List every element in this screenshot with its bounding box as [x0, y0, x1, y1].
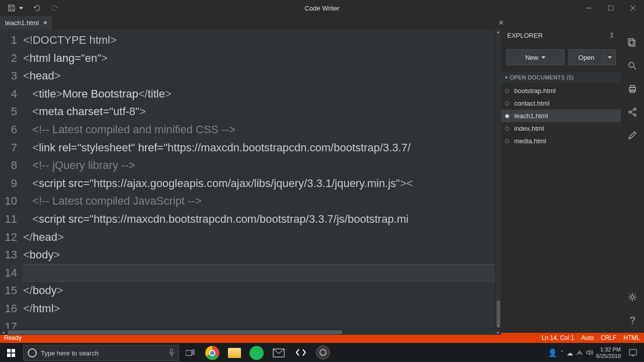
- start-button[interactable]: [0, 343, 22, 362]
- copy-button[interactable]: [624, 34, 641, 51]
- code-line[interactable]: <link rel="stylesheet" href="https://max…: [23, 139, 495, 157]
- tab-label: teach1.html: [5, 19, 39, 27]
- document-item[interactable]: bootstrap.html: [501, 84, 621, 97]
- status-encoding[interactable]: Auto: [581, 334, 594, 341]
- search-button[interactable]: [624, 57, 641, 74]
- help-button[interactable]: ?: [624, 312, 641, 329]
- undo-button[interactable]: [28, 0, 45, 16]
- vertical-scroll-thumb[interactable]: [497, 301, 500, 326]
- code-editor[interactable]: <!DOCTYPE html><html lang="en"><head> <t…: [20, 29, 495, 329]
- status-language[interactable]: HTML: [623, 334, 640, 341]
- scroll-up-icon[interactable]: ▴: [496, 29, 501, 34]
- code-writer-app[interactable]: [290, 343, 312, 362]
- code-line[interactable]: [23, 264, 495, 282]
- document-item[interactable]: teach1.html: [501, 110, 621, 122]
- save-button[interactable]: [3, 0, 20, 16]
- svg-point-11: [634, 108, 636, 110]
- maximize-button[interactable]: [600, 0, 622, 16]
- help-icon: ?: [629, 315, 635, 326]
- mail-app[interactable]: [268, 343, 290, 362]
- horizontal-scrollbar[interactable]: ◂ ▸: [0, 329, 501, 335]
- save-icon: [8, 4, 16, 12]
- code-line[interactable]: <html lang="en">: [23, 49, 495, 67]
- undo-icon: [33, 4, 41, 12]
- file-explorer-app[interactable]: [223, 343, 246, 362]
- tray-expand-icon[interactable]: ˄: [560, 350, 564, 356]
- line-number: 1: [0, 31, 17, 49]
- line-number: 7: [0, 139, 17, 157]
- explorer-panel: EXPLORER New Open ▾ OPEN DOCUMENTS (5): [501, 29, 621, 333]
- document-item[interactable]: contact.html: [501, 97, 621, 110]
- app-title: Code Writer: [304, 5, 339, 12]
- svg-rect-24: [193, 352, 195, 354]
- code-line[interactable]: <head>: [23, 67, 495, 85]
- code-line[interactable]: </html>: [23, 300, 495, 318]
- task-view-icon: [186, 349, 195, 356]
- doc-name: media.html: [514, 137, 546, 145]
- redo-button[interactable]: [46, 0, 63, 16]
- code-line[interactable]: <!-- jQuery library -->: [23, 156, 495, 174]
- print-button[interactable]: [624, 80, 641, 98]
- svg-rect-1: [608, 6, 613, 11]
- code-line[interactable]: </head>: [23, 228, 495, 246]
- microphone-icon[interactable]: [169, 348, 175, 358]
- share-icon: [627, 107, 637, 117]
- tab-bar: teach1.html ✕: [0, 16, 644, 29]
- explorer-title: EXPLORER: [507, 32, 543, 39]
- spotify-app[interactable]: [246, 343, 268, 362]
- task-view-button[interactable]: [179, 343, 201, 362]
- file-tab[interactable]: teach1.html ✕: [0, 16, 52, 29]
- close-icon: [630, 6, 635, 11]
- open-button[interactable]: Open: [569, 49, 604, 65]
- tray-onedrive-icon[interactable]: ☁: [567, 349, 573, 357]
- tray-time: 1:32 PM: [596, 346, 621, 353]
- tray-network-icon[interactable]: [576, 349, 583, 356]
- tray-clock[interactable]: 1:32 PM 6/25/2018: [596, 346, 621, 359]
- code-line[interactable]: <body>: [23, 246, 495, 264]
- chrome-app[interactable]: [201, 343, 223, 362]
- edit-button[interactable]: [624, 127, 641, 144]
- taskbar-search[interactable]: Type here to search: [23, 345, 179, 361]
- code-line[interactable]: <script src="https://ajax.googleapis.com…: [23, 174, 495, 193]
- code-line[interactable]: [23, 318, 495, 329]
- horizontal-scroll-thumb[interactable]: [8, 330, 342, 334]
- obs-app[interactable]: [312, 343, 334, 362]
- tab-close-button[interactable]: ✕: [488, 19, 504, 27]
- code-line[interactable]: <!DOCTYPE html>: [23, 31, 495, 49]
- open-documents-header[interactable]: ▾ OPEN DOCUMENTS (5): [501, 71, 621, 83]
- doc-status-icon: [505, 127, 509, 131]
- redo-icon: [51, 4, 59, 12]
- line-number: 10: [0, 192, 17, 210]
- scroll-right-icon[interactable]: ▸: [495, 329, 501, 335]
- settings-button[interactable]: [624, 289, 641, 306]
- scroll-left-icon[interactable]: ◂: [0, 329, 6, 335]
- code-line[interactable]: <script src="https://maxcdn.bootstrapcdn…: [23, 210, 495, 228]
- save-dropdown-icon[interactable]: [19, 7, 23, 10]
- doc-status-icon: [505, 139, 509, 143]
- code-line[interactable]: <!-- Latest compiled and minified CSS --…: [23, 121, 495, 139]
- document-item[interactable]: media.html: [501, 135, 621, 147]
- new-button[interactable]: New: [506, 49, 565, 65]
- code-line[interactable]: <meta charset="utf-8">: [23, 103, 495, 121]
- close-button[interactable]: [622, 0, 644, 16]
- scroll-down-icon[interactable]: ▾: [496, 324, 501, 329]
- line-number: 16: [0, 300, 17, 318]
- tool-strip: ?: [621, 29, 644, 333]
- pin-button[interactable]: [609, 32, 615, 39]
- action-center-button[interactable]: [624, 343, 642, 362]
- open-dropdown-button[interactable]: [604, 49, 616, 65]
- new-label: New: [525, 54, 538, 61]
- vertical-scrollbar[interactable]: ▴ ▾: [495, 29, 501, 329]
- code-line[interactable]: <!-- Latest compiled JavaScript -->: [23, 192, 495, 210]
- share-button[interactable]: [624, 104, 641, 121]
- svg-rect-21: [171, 349, 173, 353]
- status-eol[interactable]: CRLF: [601, 334, 616, 341]
- code-line[interactable]: </body>: [23, 282, 495, 300]
- document-item[interactable]: index.html: [501, 122, 621, 135]
- code-line[interactable]: <title>More Bootstrap</title>: [23, 85, 495, 103]
- tray-volume-icon[interactable]: [586, 349, 593, 356]
- status-position[interactable]: Ln 14, Col 1: [542, 334, 575, 341]
- caret-down-icon: ▾: [505, 75, 508, 80]
- minimize-button[interactable]: [578, 0, 600, 16]
- tray-people-icon[interactable]: 👤: [548, 348, 557, 357]
